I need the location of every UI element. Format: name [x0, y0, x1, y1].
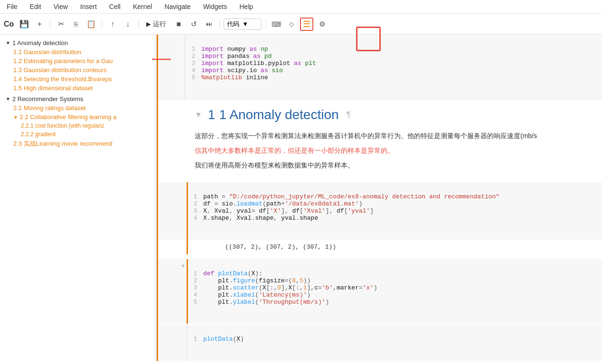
- cell-code-call[interactable]: 1plotData(X): [187, 325, 602, 361]
- toc-label-1-5: 1.5 High dimensional dataset: [13, 84, 93, 92]
- cell-input-imports: 1import numpy as np 2import pandas as pd…: [157, 35, 602, 99]
- play-icon: ▶: [146, 20, 151, 28]
- collapse-icon-2: ▼: [6, 96, 10, 102]
- code-cell-call: 1plotData(X): [157, 325, 602, 361]
- toc-label-2-2: 2.2 Collaborative filtering learning a: [20, 113, 117, 121]
- toc-label-2-1: 2.1 Moving ratings dataset: [13, 104, 85, 112]
- toolbar-separator-5: [265, 19, 266, 29]
- collapse-icon-2-2: ▼: [13, 115, 18, 120]
- toc-item-2-1[interactable]: 2.1 Moving ratings dataset: [0, 103, 156, 112]
- cell-active-bar-2: [187, 259, 188, 324]
- paragraph-2: 我们将使用高斯分布模型来检测数据集中的异常样本。: [195, 159, 593, 171]
- menu-file[interactable]: File: [5, 2, 19, 11]
- toc-item-2-2-1[interactable]: 2.2.1 cost function (with regulariz: [0, 121, 156, 130]
- cell-code-load[interactable]: 1path = "D:/code/python_jupyter/ML_code/…: [187, 182, 602, 240]
- move-down-button[interactable]: ↓: [121, 18, 134, 31]
- collapse-arrow-icon: ▼: [195, 111, 202, 119]
- cell-input-load: 1path = "D:/code/python_jupyter/ML_code/…: [157, 182, 602, 240]
- toc-label-1: 1 Anomaly detection: [12, 39, 68, 47]
- cell-type-label: 代码: [227, 20, 239, 28]
- cell-prompt-load: [157, 182, 187, 240]
- collapse-icon-1: ▼: [6, 40, 10, 46]
- toc-item-1[interactable]: ▼ 1 Anomaly detection: [0, 38, 156, 47]
- dropdown-chevron-icon: ▼: [242, 20, 248, 28]
- menu-edit[interactable]: Edit: [28, 2, 43, 11]
- section-title-1: 1 Anomaly detection: [219, 107, 339, 122]
- paragraph-1-text: 这部分，您将实现一个异常检测算法来检测服务器计算机中的异常行为。他的特征是测量每…: [195, 132, 537, 140]
- cell-input-call: 1plotData(X): [157, 325, 602, 361]
- toc-label-2: 2 Recommender Systems: [12, 95, 84, 103]
- code-load: 1path = "D:/code/python_jupyter/ML_code/…: [194, 193, 595, 222]
- toc-item-1-1[interactable]: 1.1 Gaussian distribution: [0, 47, 156, 56]
- toolbar-separator-4: [219, 19, 220, 29]
- toc-item-1-4[interactable]: 1.4 Selecting the threshold,$\vareps: [0, 75, 156, 84]
- sidebar-toc: ▼ 1 Anomaly detection 1.1 Gaussian distr…: [0, 35, 157, 361]
- menu-kernel[interactable]: Kernel: [131, 2, 154, 11]
- cell-active-bar: [187, 182, 188, 254]
- toc-label-1-1: 1.1 Gaussian distribution: [13, 48, 81, 56]
- toolbar-separator-1: [50, 19, 50, 29]
- section-number-1: 1: [208, 107, 216, 122]
- code-plotdata: 1def plotData(X): 2 plt.figure(figsize=(…: [194, 270, 595, 306]
- markdown-cell-h1: ▼ 1 1 Anomaly detection ¶ 这部分，您将实现一个异常检测…: [157, 100, 602, 182]
- cell-output-shape: ((307, 2), (307, 2), (307, 1)): [187, 240, 602, 254]
- menu-widgets[interactable]: Widgets: [201, 2, 229, 11]
- output-text-shape: ((307, 2), (307, 2), (307, 1)): [225, 243, 336, 251]
- sidebar-label: Co: [4, 20, 14, 28]
- menu-insert[interactable]: Insert: [78, 2, 99, 11]
- menu-navigate[interactable]: Navigate: [162, 2, 192, 11]
- code-cell-plotdata: ▼ 1def plotData(X): 2 plt.figure(figsize…: [157, 259, 602, 324]
- code-cell-load: 1path = "D:/code/python_jupyter/ML_code/…: [157, 182, 602, 254]
- toc-label-2-2-2: 2.2.2 gradient: [21, 131, 56, 138]
- toc-label-1-2: 1.2 Estimating parameters for a Gau: [13, 57, 113, 65]
- spacer-1: [157, 254, 602, 259]
- toc-item-1-3[interactable]: 1.3 Gaussian distribution contours: [0, 65, 156, 75]
- cell-type-selector[interactable]: 代码 ▼: [224, 19, 262, 30]
- toc-item-2-3[interactable]: 2.3 实战Learning movie recommend: [0, 139, 156, 149]
- paragraph-1-red: 信其中绝大多数样本是正常的，但还是有一小部分的样本是异常的。: [195, 145, 593, 157]
- toc-item-2-2[interactable]: ▼ 2.2 Collaborative filtering learning a: [0, 112, 156, 121]
- sidebar-divider: [157, 35, 158, 361]
- fold-indicator: ▼: [181, 263, 185, 269]
- copy-button[interactable]: ⎘: [69, 18, 83, 31]
- toolbar-separator-3: [138, 19, 139, 29]
- run-button[interactable]: ▶ 运行: [142, 19, 170, 30]
- menu-bar: File Edit View Insert Cell Kernel Naviga…: [0, 0, 602, 14]
- run-label: 运行: [153, 20, 166, 28]
- code-call: 1plotData(X): [194, 336, 595, 343]
- cell-prompt-call: [157, 325, 187, 361]
- move-up-button[interactable]: ↑: [106, 18, 119, 31]
- menu-help[interactable]: Help: [237, 2, 255, 11]
- toc-item-1-2[interactable]: 1.2 Estimating parameters for a Gau: [0, 56, 156, 65]
- toc-label-1-3: 1.3 Gaussian distribution contours: [13, 66, 107, 74]
- cell-code-plotdata[interactable]: 1def plotData(X): 2 plt.figure(figsize=(…: [187, 259, 602, 324]
- cell-code-imports[interactable]: 1import numpy as np 2import pandas as pd…: [185, 35, 602, 99]
- toc-item-2[interactable]: ▼ 2 Recommender Systems: [0, 94, 156, 103]
- cut-button[interactable]: ✂: [54, 18, 67, 31]
- toc-item-1-5[interactable]: 1.5 High dimensional dataset: [0, 84, 156, 93]
- toolbar-separator-2: [102, 19, 102, 29]
- add-cell-button[interactable]: +: [33, 18, 46, 31]
- menu-view[interactable]: View: [52, 2, 70, 11]
- paste-button[interactable]: 📋: [85, 18, 98, 31]
- paragraph-1-red-text: 信其中绝大多数样本是正常的，但还是有一小部分的样本是异常的。: [195, 147, 394, 154]
- save-button[interactable]: 💾: [18, 18, 31, 31]
- toc-item-2-2-2[interactable]: 2.2.2 gradient: [0, 130, 156, 139]
- section-heading-1: ▼ 1 1 Anomaly detection ¶: [195, 107, 593, 122]
- menu-cell[interactable]: Cell: [107, 2, 122, 11]
- keyboard-button[interactable]: ⌨: [270, 18, 283, 31]
- expand-button[interactable]: ◇: [285, 18, 298, 31]
- restart-button[interactable]: ↺: [187, 18, 200, 31]
- paragraph-2-text: 我们将使用高斯分布模型来检测数据集中的异常样本。: [195, 161, 354, 169]
- pilcrow-icon: ¶: [347, 110, 351, 120]
- fast-forward-button[interactable]: ⏭: [202, 18, 216, 31]
- cell-input-plotdata: ▼ 1def plotData(X): 2 plt.figure(figsize…: [157, 259, 602, 324]
- tool-button[interactable]: ⚙: [315, 18, 329, 31]
- toggle-toc-button[interactable]: ☰: [300, 18, 313, 31]
- toc-label-2-3: 2.3 实战Learning movie recommend: [13, 140, 113, 147]
- stop-button[interactable]: ■: [172, 18, 185, 31]
- paragraph-1: 这部分，您将实现一个异常检测算法来检测服务器计算机中的异常行为。他的特征是测量每…: [195, 130, 593, 142]
- toc-label-2-2-1: 2.2.1 cost function (with regulariz: [21, 122, 104, 129]
- code-line-1: 1import numpy as np 2import pandas as pd…: [192, 46, 595, 81]
- notebook-area: 1import numpy as np 2import pandas as pd…: [157, 35, 602, 361]
